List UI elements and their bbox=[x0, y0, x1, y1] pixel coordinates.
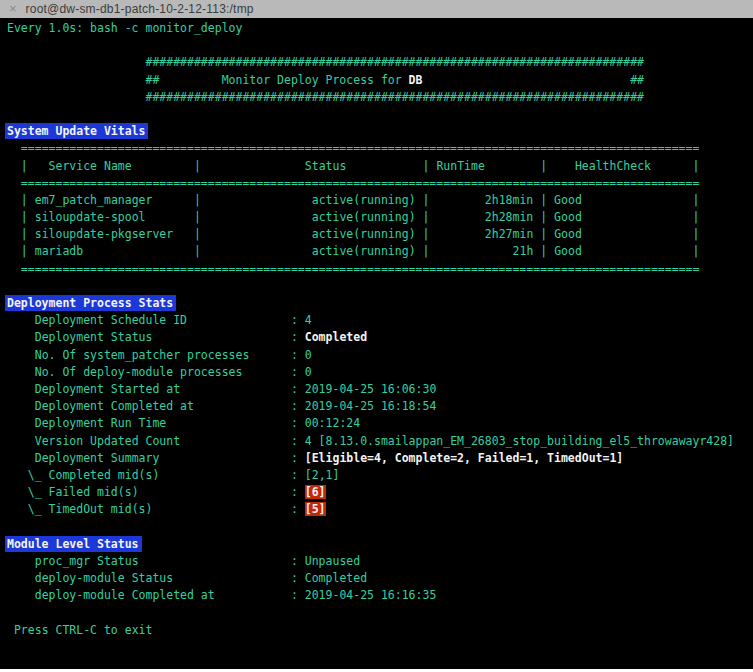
substat-timedout-mid-s: \_ TimedOut mid(s) : [5] bbox=[7, 501, 753, 518]
table-separator: ========================================… bbox=[7, 261, 753, 278]
stat-value: 00:12:24 bbox=[305, 416, 360, 430]
col-status: Status bbox=[305, 159, 347, 173]
heading-text: Deployment Process Stats bbox=[5, 295, 176, 311]
stat-value: [5] bbox=[305, 502, 326, 516]
stat-deploy-module-status: deploy-module Status : Completed bbox=[7, 570, 753, 587]
stat-value: Completed bbox=[305, 330, 367, 344]
cell-runtime: 21h bbox=[513, 244, 534, 258]
close-icon[interactable]: × bbox=[0, 0, 26, 18]
substat-failed-mid-s: \_ Failed mid(s) : [6] bbox=[7, 484, 753, 501]
blank-line bbox=[7, 37, 753, 54]
stat-value: 4 bbox=[305, 313, 312, 327]
cell-runtime: 2h18min bbox=[485, 193, 533, 207]
stat-value: 0 bbox=[305, 348, 312, 362]
heading-text: Module Level Status bbox=[5, 536, 142, 552]
watch-header: Every 1.0s: bash -c monitor_deploy bbox=[7, 20, 753, 37]
terminal-output: Every 1.0s: bash -c monitor_deploy #####… bbox=[0, 18, 753, 639]
stat-value: 0 bbox=[305, 365, 312, 379]
stat-label: \_ Completed mid(s) bbox=[28, 468, 160, 482]
stat-label: Deployment Schedule ID bbox=[35, 313, 187, 327]
table-separator: ========================================… bbox=[7, 140, 753, 157]
terminal-window: × root@dw-sm-db1-patch-10-2-12-113:/tmp … bbox=[0, 0, 753, 672]
cell-status: active(running) bbox=[312, 210, 416, 224]
titlebar: × root@dw-sm-db1-patch-10-2-12-113:/tmp bbox=[0, 0, 753, 18]
banner-title-line: ## Monitor Deploy Process for DB ## bbox=[7, 72, 753, 89]
stat-label: \_ TimedOut mid(s) bbox=[28, 502, 153, 516]
stat-proc-mgr-status: proc_mgr Status : Unpaused bbox=[7, 553, 753, 570]
stat-no-of-deploy-module-processes: No. Of deploy-module processes : 0 bbox=[7, 364, 753, 381]
blank-line bbox=[7, 518, 753, 535]
stat-value: [6] bbox=[305, 485, 326, 499]
stat-deployment-run-time: Deployment Run Time : 00:12:24 bbox=[7, 415, 753, 432]
exit-hint-text: Press CTRL-C to exit bbox=[14, 623, 152, 637]
cell-status: active(running) bbox=[312, 193, 416, 207]
stat-label: Deployment Summary bbox=[35, 451, 160, 465]
cell-service: mariadb bbox=[35, 244, 83, 258]
stat-value: 2019-04-25 16:16:35 bbox=[305, 588, 437, 602]
banner-bottom-border: ########################################… bbox=[7, 89, 753, 106]
col-healthcheck: HealthCheck bbox=[575, 159, 651, 173]
exit-hint: Press CTRL-C to exit bbox=[7, 622, 753, 639]
cell-runtime: 2h28min bbox=[485, 210, 533, 224]
col-service-name: Service Name bbox=[49, 159, 132, 173]
blank-line bbox=[7, 278, 753, 295]
watch-text: Every 1.0s: bash -c monitor_deploy bbox=[7, 21, 242, 35]
stat-label: Deployment Run Time bbox=[35, 416, 167, 430]
stat-label: deploy-module Completed at bbox=[35, 588, 215, 602]
stat-label: deploy-module Status bbox=[35, 571, 173, 585]
section-heading-deployment-process-stats: Deployment Process Stats bbox=[7, 295, 753, 312]
cell-service: siloupdate-spool bbox=[35, 210, 146, 224]
cell-status: active(running) bbox=[312, 244, 416, 258]
banner-title: Monitor Deploy Process for bbox=[222, 73, 402, 87]
section-heading-module-level-status: Module Level Status bbox=[7, 536, 753, 553]
cell-healthcheck: Good bbox=[554, 210, 582, 224]
stat-label: Deployment Started at bbox=[35, 382, 180, 396]
heading-text: System Update Vitals bbox=[5, 123, 148, 139]
stat-label: Version Updated Count bbox=[35, 434, 180, 448]
cell-service: siloupdate-pkgserver bbox=[35, 227, 173, 241]
window-title: root@dw-sm-db1-patch-10-2-12-113:/tmp bbox=[26, 2, 254, 16]
stat-label: Deployment Status bbox=[35, 330, 153, 344]
stat-value: 2019-04-25 16:18:54 bbox=[305, 399, 437, 413]
cell-healthcheck: Good bbox=[554, 227, 582, 241]
stat-label: No. Of deploy-module processes bbox=[35, 365, 243, 379]
table-row-siloupdate-pkgserver: | siloupdate-pkgserver | active(running)… bbox=[7, 226, 753, 243]
stat-deployment-status: Deployment Status : Completed bbox=[7, 329, 753, 346]
stat-value: 2019-04-25 16:06:30 bbox=[305, 382, 437, 396]
stat-value: Unpaused bbox=[305, 554, 360, 568]
cell-runtime: 2h27min bbox=[485, 227, 533, 241]
stat-value: [Eligible=4, Complete=2, Failed=1, Timed… bbox=[305, 451, 624, 465]
col-runtime: RunTime bbox=[436, 159, 484, 173]
table-header: | Service Name | Status | RunTime | Heal… bbox=[7, 158, 753, 175]
cell-healthcheck: Good bbox=[554, 193, 582, 207]
cell-status: active(running) bbox=[312, 227, 416, 241]
stat-label: No. Of system_patcher processes bbox=[35, 348, 250, 362]
stat-version-updated-count: Version Updated Count : 4 [8.13.0.smaila… bbox=[7, 433, 753, 450]
cell-service: em7_patch_manager bbox=[35, 193, 153, 207]
stat-deployment-completed-at: Deployment Completed at : 2019-04-25 16:… bbox=[7, 398, 753, 415]
stat-deploy-module-completed-at: deploy-module Completed at : 2019-04-25 … bbox=[7, 587, 753, 604]
banner-target: DB bbox=[409, 73, 423, 87]
table-row-em7-patch-manager: | em7_patch_manager | active(running) | … bbox=[7, 192, 753, 209]
cell-healthcheck: Good bbox=[554, 244, 582, 258]
stat-value: Completed bbox=[305, 571, 367, 585]
blank-line bbox=[7, 604, 753, 621]
substat-completed-mid-s: \_ Completed mid(s) : [2,1] bbox=[7, 467, 753, 484]
stat-value: 4 [8.13.0.smailappan_EM_26803_stop_build… bbox=[305, 434, 734, 448]
table-separator: ========================================… bbox=[7, 175, 753, 192]
stat-no-of-system-patcher-processes: No. Of system_patcher processes : 0 bbox=[7, 347, 753, 364]
stat-deployment-schedule-id: Deployment Schedule ID : 4 bbox=[7, 312, 753, 329]
banner-top-border: ########################################… bbox=[7, 54, 753, 71]
stat-label: Deployment Completed at bbox=[35, 399, 194, 413]
stat-value: [2,1] bbox=[305, 468, 340, 482]
stat-label: \_ Failed mid(s) bbox=[28, 485, 139, 499]
stat-deployment-summary: Deployment Summary : [Eligible=4, Comple… bbox=[7, 450, 753, 467]
table-row-siloupdate-spool: | siloupdate-spool | active(running) | 2… bbox=[7, 209, 753, 226]
section-heading-system-update-vitals: System Update Vitals bbox=[7, 123, 753, 140]
stat-deployment-started-at: Deployment Started at : 2019-04-25 16:06… bbox=[7, 381, 753, 398]
table-row-mariadb: | mariadb | active(running) | 21h | Good… bbox=[7, 243, 753, 260]
stat-label: proc_mgr Status bbox=[35, 554, 139, 568]
blank-line bbox=[7, 106, 753, 123]
